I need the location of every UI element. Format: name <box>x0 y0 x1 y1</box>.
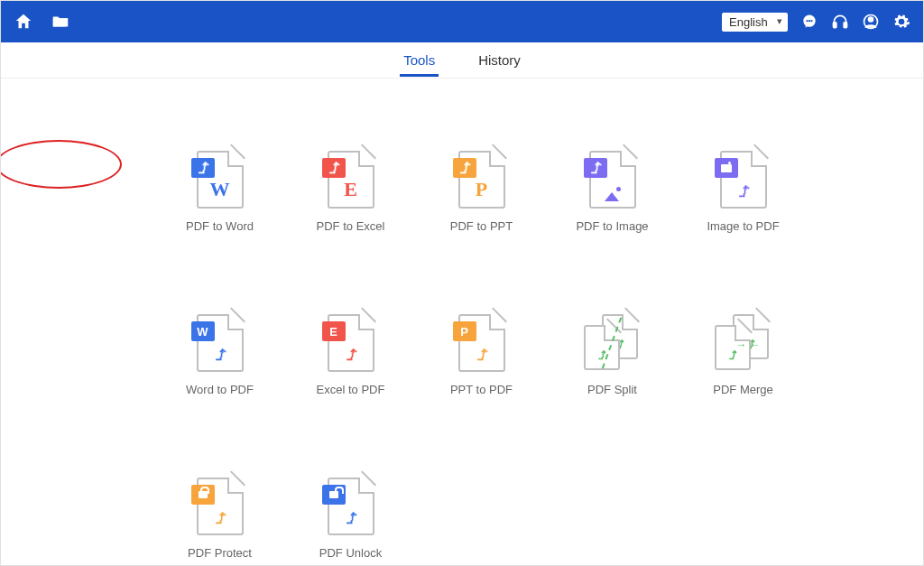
pdf-badge-icon: ⭜ <box>584 158 607 178</box>
tool-image-to-pdf[interactable]: ⭜ Image to PDF <box>678 151 808 233</box>
svg-point-2 <box>808 20 810 22</box>
app-window: English Tools History <box>0 0 924 566</box>
tool-label: PDF to Word <box>186 219 254 233</box>
tool-pdf-to-word[interactable]: ⭜ W PDF to Word <box>154 151 285 233</box>
tool-label: Word to PDF <box>186 383 254 396</box>
svg-point-7 <box>869 17 873 22</box>
pdf-protect-icon: ⭜ <box>197 478 244 535</box>
language-dropdown[interactable]: English <box>722 13 788 32</box>
image-glyph-icon <box>603 187 623 201</box>
headphones-icon[interactable] <box>831 13 849 31</box>
tool-label: Excel to PDF <box>317 383 385 396</box>
pdf-unlock-icon: ⭜ <box>328 478 374 535</box>
annotation-circle <box>1 140 122 189</box>
unlock-badge-icon <box>322 485 346 505</box>
tool-label: PDF Unlock <box>319 546 382 560</box>
merge-arrows-icon: → ← <box>736 341 761 348</box>
image-badge-icon <box>715 158 738 178</box>
pdf-to-ppt-icon: ⭜ P <box>458 151 505 209</box>
titlebar-right: English <box>722 13 910 32</box>
pdf-glyph-icon: ⭜ <box>735 182 752 200</box>
word-badge-icon: W <box>191 321 215 341</box>
tool-pdf-protect[interactable]: ⭜ PDF Protect <box>154 478 285 560</box>
pdf-badge-icon: ⭜ <box>191 158 215 178</box>
tool-pdf-split[interactable]: ⭜ ⭜ PDF Split <box>547 314 678 396</box>
pdf-badge-icon: ⭜ <box>453 158 476 178</box>
excel-to-pdf-icon: E ⭜ <box>328 314 374 372</box>
excel-badge-icon: E <box>322 321 346 341</box>
chat-icon[interactable] <box>800 13 818 31</box>
tool-pdf-to-ppt[interactable]: ⭜ P PDF to PPT <box>416 151 547 233</box>
tool-excel-to-pdf[interactable]: E ⭜ Excel to PDF <box>285 314 416 396</box>
folder-icon[interactable] <box>50 12 71 32</box>
svg-rect-4 <box>834 23 836 28</box>
language-select[interactable]: English <box>722 13 788 32</box>
tab-tools[interactable]: Tools <box>400 44 439 76</box>
tool-pdf-merge[interactable]: ⭜ ⭜ → ← PDF Merge <box>678 314 808 396</box>
svg-rect-5 <box>844 23 846 28</box>
ppt-badge-icon: P <box>453 321 476 341</box>
svg-point-3 <box>810 20 812 22</box>
pdf-to-excel-icon: ⭜ E <box>328 151 374 209</box>
title-bar: English <box>1 1 923 42</box>
pdf-badge-icon: ⭜ <box>322 158 346 178</box>
pdf-glyph-icon: ⭜ <box>474 346 490 364</box>
gear-icon[interactable] <box>892 13 910 31</box>
tool-pdf-to-excel[interactable]: ⭜ E PDF to Excel <box>285 151 416 233</box>
pdf-merge-icon: ⭜ ⭜ → ← <box>715 314 772 372</box>
tab-history[interactable]: History <box>475 44 524 76</box>
word-letter-icon: W <box>210 178 230 200</box>
lock-badge-icon <box>191 485 215 505</box>
pdf-split-icon: ⭜ ⭜ <box>584 314 642 372</box>
ppt-to-pdf-icon: P ⭜ <box>458 314 505 372</box>
tab-bar: Tools History <box>1 42 923 79</box>
tool-word-to-pdf[interactable]: W ⭜ Word to PDF <box>154 314 285 396</box>
ppt-letter-icon: P <box>476 178 487 200</box>
tool-label: PDF to Excel <box>317 219 385 233</box>
tools-grid: ⭜ W PDF to Word ⭜ E PDF to Excel ⭜ P PDF… <box>154 151 842 560</box>
pdf-glyph-icon: ⭜ <box>212 509 228 527</box>
tool-ppt-to-pdf[interactable]: P ⭜ PPT to PDF <box>416 314 547 396</box>
tool-pdf-to-image[interactable]: ⭜ PDF to Image <box>547 151 678 233</box>
tool-label: PDF Merge <box>713 383 772 396</box>
tool-pdf-unlock[interactable]: ⭜ PDF Unlock <box>285 478 416 560</box>
user-icon[interactable] <box>862 13 880 31</box>
svg-point-1 <box>806 20 808 22</box>
tool-label: PDF Split <box>587 383 637 396</box>
tool-label: PDF to Image <box>576 219 648 233</box>
content-area: ⭜ W PDF to Word ⭜ E PDF to Excel ⭜ P PDF… <box>1 79 923 565</box>
pdf-glyph-icon: ⭜ <box>212 346 228 364</box>
titlebar-left <box>14 12 71 32</box>
image-to-pdf-icon: ⭜ <box>720 151 767 209</box>
tool-label: PDF to PPT <box>450 219 513 233</box>
excel-letter-icon: E <box>344 178 357 200</box>
word-to-pdf-icon: W ⭜ <box>197 314 244 372</box>
pdf-to-image-icon: ⭜ <box>589 151 636 209</box>
tool-label: PPT to PDF <box>450 383 513 396</box>
pdf-glyph-icon: ⭜ <box>343 346 359 364</box>
tool-label: Image to PDF <box>707 219 779 233</box>
home-icon[interactable] <box>14 12 33 32</box>
pdf-to-word-icon: ⭜ W <box>197 151 244 209</box>
tool-label: PDF Protect <box>188 546 252 560</box>
pdf-glyph-icon: ⭜ <box>343 509 359 527</box>
